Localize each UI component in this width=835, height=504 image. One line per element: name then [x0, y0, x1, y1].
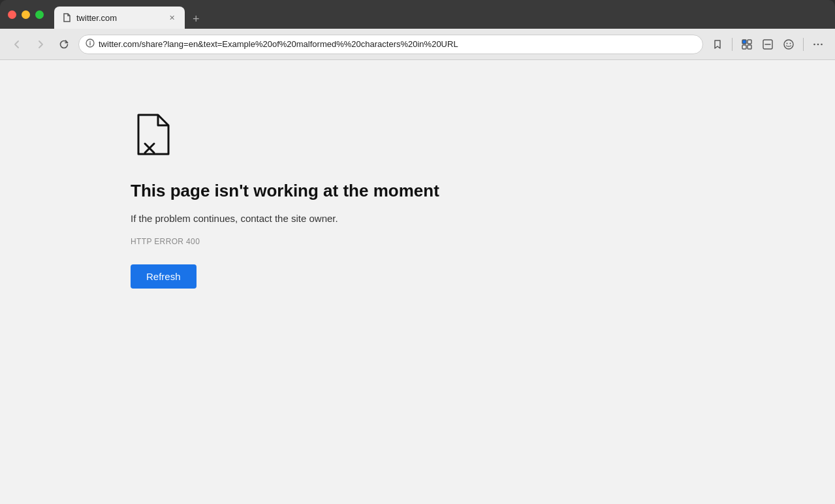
maximize-traffic-light[interactable]: [35, 10, 44, 19]
emoji-button[interactable]: [780, 35, 798, 54]
tab-favicon-icon: [62, 13, 71, 22]
refresh-button[interactable]: Refresh: [131, 264, 197, 289]
title-bar: twitter.com ✕ +: [0, 0, 835, 29]
svg-point-14: [821, 43, 823, 45]
bookmark-button[interactable]: [708, 35, 727, 54]
error-container: This page isn't working at the moment If…: [131, 112, 439, 289]
svg-rect-3: [742, 40, 746, 44]
address-bar[interactable]: twitter.com/share?lang=en&text=Example%2…: [78, 35, 703, 54]
tab-title: twitter.com: [76, 13, 161, 23]
active-tab[interactable]: twitter.com ✕: [54, 7, 185, 29]
svg-point-2: [89, 40, 91, 42]
info-icon: [86, 39, 95, 50]
error-subtitle: If the problem continues, contact the si…: [131, 213, 439, 224]
svg-rect-4: [748, 40, 751, 44]
error-title: This page isn't working at the moment: [131, 180, 439, 202]
svg-rect-5: [742, 45, 746, 49]
minimize-traffic-light[interactable]: [22, 10, 30, 19]
extensions-button[interactable]: [738, 35, 756, 54]
svg-point-10: [787, 42, 788, 44]
reload-button[interactable]: [55, 35, 73, 54]
toolbar-divider: [732, 38, 733, 51]
svg-point-12: [813, 43, 815, 45]
back-button[interactable]: [8, 35, 26, 54]
traffic-lights: [8, 10, 44, 19]
address-domain: twitter.com: [99, 39, 139, 49]
error-page: This page isn't working at the moment If…: [0, 60, 835, 504]
error-icon: [131, 112, 439, 159]
forward-button[interactable]: [31, 35, 50, 54]
toolbar: twitter.com/share?lang=en&text=Example%2…: [0, 29, 835, 60]
address-text: twitter.com/share?lang=en&text=Example%2…: [99, 39, 696, 49]
more-button[interactable]: [809, 35, 827, 54]
toolbar-divider-2: [803, 38, 804, 51]
tab-close-button[interactable]: ✕: [166, 12, 177, 23]
close-traffic-light[interactable]: [8, 10, 16, 19]
svg-point-11: [790, 42, 791, 44]
tab-bar: twitter.com ✕ +: [54, 0, 827, 29]
error-code: HTTP ERROR 400: [131, 237, 439, 246]
svg-rect-6: [748, 45, 751, 49]
toolbar-right: [708, 35, 827, 54]
adblock-button[interactable]: [759, 35, 777, 54]
svg-point-9: [784, 40, 793, 49]
new-tab-button[interactable]: +: [187, 10, 205, 29]
svg-point-13: [817, 43, 819, 45]
address-path: /share?lang=en&text=Example%20of%20malfo…: [139, 39, 458, 49]
